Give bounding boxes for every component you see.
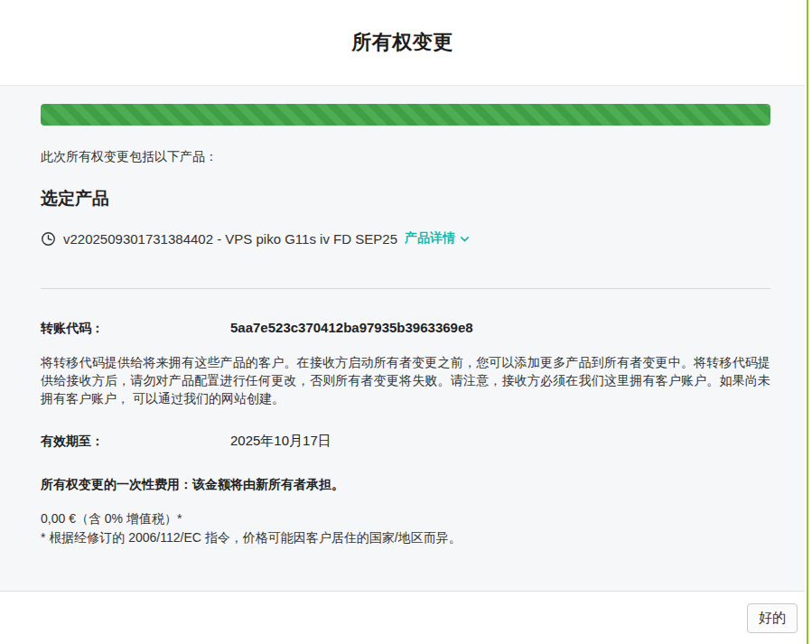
product-details-link-label: 产品详情: [405, 230, 455, 247]
valid-until-label: 有效期至：: [41, 434, 230, 450]
valid-until-row: 有效期至： 2025年10月17日: [41, 433, 770, 450]
transfer-code-row: 转账代码： 5aa7e523c370412ba97935b3963369e8: [41, 320, 770, 337]
progress-bar-fill: [41, 104, 770, 126]
clock-icon: [41, 231, 56, 247]
product-label: v2202509301731384402 - VPS piko G11s iv …: [63, 231, 397, 247]
modal-window: 所有权变更 此次所有权变更包括以下产品： 选定产品 v2202509301731…: [0, 0, 805, 644]
price-line: 0,00 €（含 0% 增值税）*: [41, 509, 770, 528]
selected-products-heading: 选定产品: [41, 187, 770, 210]
ownership-change-dialog: 所有权变更 此次所有权变更包括以下产品： 选定产品 v2202509301731…: [0, 0, 812, 644]
fee-notice: 所有权变更的一次性费用：该金额将由新所有者承担。: [41, 477, 770, 493]
page-edge-accent-line: [807, 0, 808, 644]
modal-body: 此次所有权变更包括以下产品： 选定产品 v2202509301731384402…: [0, 86, 805, 592]
chevron-down-icon: [459, 233, 471, 245]
valid-until-value: 2025年10月17日: [230, 433, 331, 450]
modal-footer: 好的: [0, 592, 805, 644]
page-title: 所有权变更: [351, 29, 453, 56]
product-list-item: v2202509301731384402 - VPS piko G11s iv …: [41, 230, 770, 247]
modal-header: 所有权变更: [0, 0, 805, 86]
transfer-instructions: 将转移代码提供给将来拥有这些产品的客户。在接收方启动所有者变更之前，您可以添加更…: [41, 353, 770, 407]
intro-text: 此次所有权变更包括以下产品：: [41, 147, 770, 165]
progress-bar: [41, 104, 770, 126]
transfer-code-label: 转账代码：: [41, 321, 230, 337]
ok-button[interactable]: 好的: [747, 603, 798, 633]
section-divider: [41, 288, 770, 289]
product-details-link[interactable]: 产品详情: [405, 230, 471, 247]
vat-footnote: * 根据经修订的 2006/112/EC 指令，价格可能因客户居住的国家/地区而…: [41, 528, 770, 547]
transfer-code-value: 5aa7e523c370412ba97935b3963369e8: [230, 320, 473, 335]
